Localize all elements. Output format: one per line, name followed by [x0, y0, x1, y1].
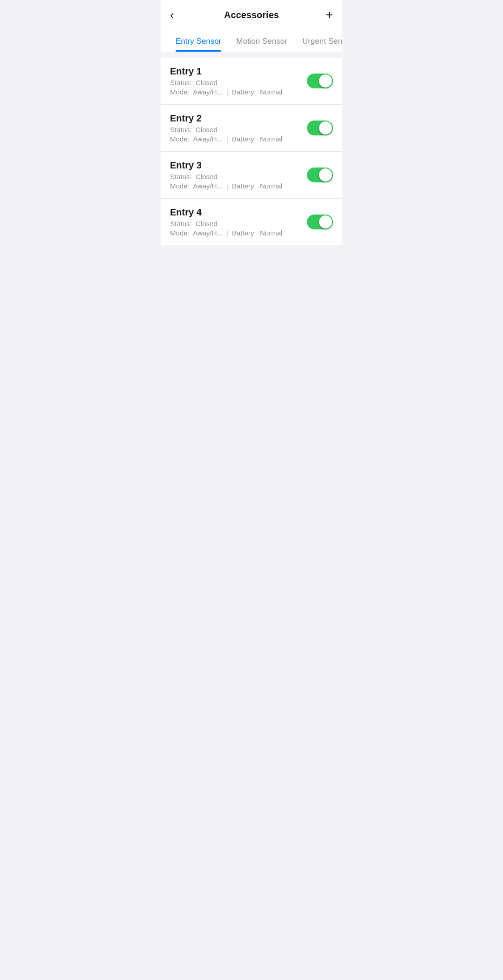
- back-button[interactable]: ‹: [170, 8, 187, 22]
- add-button[interactable]: +: [316, 7, 333, 22]
- sensor-meta-3: Mode: Away/H... | Battery: Normal: [170, 182, 307, 190]
- toggle-knob-2: [319, 121, 332, 134]
- sensor-info-3: Entry 3 Status: Closed Mode: Away/H... |…: [170, 160, 307, 190]
- toggle-knob-3: [319, 168, 332, 181]
- sensor-name-1: Entry 1: [170, 66, 307, 77]
- tabs: Entry Sensor Motion Sensor Urgent Sens..…: [161, 30, 342, 52]
- sensor-toggle-4[interactable]: [307, 215, 333, 229]
- sensor-status-1: Status: Closed: [170, 79, 307, 87]
- sensor-name-3: Entry 3: [170, 160, 307, 171]
- meta-divider-3: |: [226, 182, 228, 190]
- footer-space: [161, 245, 342, 431]
- sensor-info-2: Entry 2 Status: Closed Mode: Away/H... |…: [170, 113, 307, 143]
- sensor-info-4: Entry 4 Status: Closed Mode: Away/H... |…: [170, 207, 307, 237]
- toggle-knob-4: [319, 215, 332, 228]
- sensor-item-2[interactable]: Entry 2 Status: Closed Mode: Away/H... |…: [161, 105, 342, 152]
- sensor-meta-4: Mode: Away/H... | Battery: Normal: [170, 229, 307, 237]
- meta-divider-4: |: [226, 229, 228, 237]
- sensor-status-4: Status: Closed: [170, 220, 307, 228]
- sensor-toggle-2[interactable]: [307, 121, 333, 135]
- meta-divider-2: |: [226, 135, 228, 143]
- sensor-toggle-3[interactable]: [307, 168, 333, 182]
- sensor-battery-2: Battery: Normal: [232, 135, 282, 143]
- sensor-status-3: Status: Closed: [170, 173, 307, 181]
- sensor-info-1: Entry 1 Status: Closed Mode: Away/H... |…: [170, 66, 307, 96]
- meta-divider-1: |: [226, 88, 228, 96]
- sensor-mode-1: Mode: Away/H...: [170, 88, 223, 96]
- tab-entry-sensor[interactable]: Entry Sensor: [168, 30, 229, 52]
- toggle-knob-1: [319, 74, 332, 87]
- tabs-container: Entry Sensor Motion Sensor Urgent Sens..…: [161, 30, 342, 52]
- sensor-item-3[interactable]: Entry 3 Status: Closed Mode: Away/H... |…: [161, 152, 342, 199]
- sensor-battery-4: Battery: Normal: [232, 229, 282, 237]
- sensor-name-4: Entry 4: [170, 207, 307, 218]
- sensor-mode-2: Mode: Away/H...: [170, 135, 223, 143]
- sensor-toggle-1[interactable]: [307, 74, 333, 88]
- sensor-item-1[interactable]: Entry 1 Status: Closed Mode: Away/H... |…: [161, 58, 342, 105]
- sensor-battery-1: Battery: Normal: [232, 88, 282, 96]
- sensor-item-4[interactable]: Entry 4 Status: Closed Mode: Away/H... |…: [161, 199, 342, 245]
- header: ‹ Accessories +: [161, 0, 342, 30]
- sensor-name-2: Entry 2: [170, 113, 307, 124]
- tab-motion-sensor[interactable]: Motion Sensor: [229, 30, 295, 52]
- sensor-mode-4: Mode: Away/H...: [170, 229, 223, 237]
- sensor-status-2: Status: Closed: [170, 126, 307, 134]
- sensor-meta-2: Mode: Away/H... | Battery: Normal: [170, 135, 307, 143]
- sensor-battery-3: Battery: Normal: [232, 182, 282, 190]
- sensor-meta-1: Mode: Away/H... | Battery: Normal: [170, 88, 307, 96]
- tab-urgent-sensor[interactable]: Urgent Sens...: [295, 30, 342, 52]
- sensor-mode-3: Mode: Away/H...: [170, 182, 223, 190]
- sensor-list: Entry 1 Status: Closed Mode: Away/H... |…: [161, 58, 342, 245]
- page-title: Accessories: [187, 10, 316, 20]
